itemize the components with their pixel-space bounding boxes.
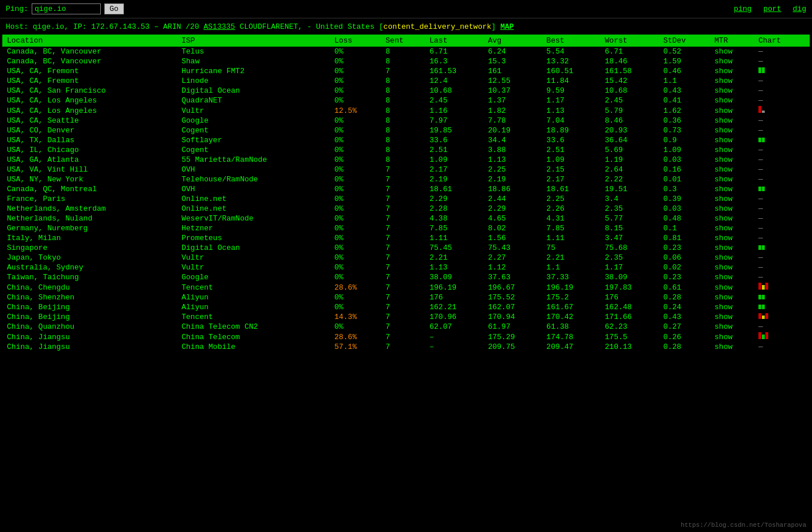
cell-mtr[interactable]: show xyxy=(710,155,754,165)
cell-mtr[interactable]: show xyxy=(710,76,754,86)
cell-last: 7.85 xyxy=(425,223,483,233)
cell-isp: Aliyun xyxy=(177,302,330,312)
cell-stdev: 1.09 xyxy=(659,145,710,155)
cell-last: 2.21 xyxy=(425,253,483,263)
cell-best: 4.31 xyxy=(542,214,600,223)
cell-last: 196.19 xyxy=(425,282,483,292)
go-button[interactable]: Go xyxy=(104,3,124,14)
top-bar: Ping: Go ping port dig xyxy=(0,0,812,18)
table-row: Japan, Tokyo Vultr 0% 7 2.21 2.27 2.21 2… xyxy=(2,253,810,263)
table-row: China, Quanzhou China Telecom CN2 0% 7 6… xyxy=(2,322,810,332)
cell-avg: 1.82 xyxy=(484,105,542,116)
cell-sent: 8 xyxy=(381,126,425,135)
cell-mtr[interactable]: show xyxy=(710,312,754,322)
map-link[interactable]: MAP xyxy=(500,22,513,31)
cell-mtr[interactable]: show xyxy=(710,214,754,223)
cell-isp: Google xyxy=(177,116,330,126)
cell-best: 196.19 xyxy=(542,282,600,292)
cell-mtr[interactable]: show xyxy=(710,86,754,96)
as-link[interactable]: AS13335 xyxy=(203,22,235,31)
cell-mtr[interactable]: show xyxy=(710,233,754,243)
cell-location: USA, IL, Chicago xyxy=(2,145,177,155)
cell-stdev: 0.73 xyxy=(659,126,710,135)
cell-chart: — xyxy=(754,56,810,66)
cell-last: 2.51 xyxy=(425,145,483,155)
cell-mtr[interactable]: show xyxy=(710,302,754,312)
cell-sent: 7 xyxy=(381,292,425,302)
cell-mtr[interactable]: show xyxy=(710,282,754,292)
cell-last: – xyxy=(425,332,483,342)
cell-avg: 162.07 xyxy=(484,302,542,312)
cell-mtr[interactable]: show xyxy=(710,342,754,352)
cell-stdev: 0.52 xyxy=(659,47,710,56)
cell-best: 170.42 xyxy=(542,312,600,322)
cell-worst: 5.77 xyxy=(600,214,659,223)
cell-mtr[interactable]: show xyxy=(710,145,754,155)
cell-chart: — xyxy=(754,116,810,126)
cell-chart: — xyxy=(754,204,810,214)
cell-location: China, Beijing xyxy=(2,312,177,322)
cell-best: 5.54 xyxy=(542,47,600,56)
cell-chart: — xyxy=(754,86,810,96)
cell-last: 161.53 xyxy=(425,66,483,76)
cell-worst: 8.15 xyxy=(600,223,659,233)
cell-mtr[interactable]: show xyxy=(710,194,754,204)
cell-mtr[interactable]: show xyxy=(710,263,754,272)
nav-port[interactable]: port xyxy=(763,5,781,13)
cell-last: 1.11 xyxy=(425,233,483,243)
table-row: France, Paris Online.net 0% 7 2.29 2.44 … xyxy=(2,194,810,204)
cell-isp: Vultr xyxy=(177,253,330,263)
cell-location: USA, GA, Atlanta xyxy=(2,155,177,165)
cell-loss: 0% xyxy=(330,292,381,302)
col-stdev: StDev xyxy=(659,35,710,47)
cell-mtr[interactable]: show xyxy=(710,322,754,332)
cell-mtr[interactable]: show xyxy=(710,56,754,66)
cell-avg: 196.67 xyxy=(484,282,542,292)
cell-mtr[interactable]: show xyxy=(710,184,754,194)
ping-input[interactable] xyxy=(32,3,101,14)
cell-mtr[interactable]: show xyxy=(710,135,754,145)
cell-stdev: 0.26 xyxy=(659,332,710,342)
table-row: Germany, Nuremberg Hetzner 0% 7 7.85 8.0… xyxy=(2,223,810,233)
cell-mtr[interactable]: show xyxy=(710,105,754,116)
cell-best: 1.17 xyxy=(542,96,600,105)
cell-loss: 0% xyxy=(330,302,381,312)
cell-mtr[interactable]: show xyxy=(710,292,754,302)
cell-mtr[interactable]: show xyxy=(710,47,754,56)
cell-mtr[interactable]: show xyxy=(710,96,754,105)
cell-stdev: 0.06 xyxy=(659,253,710,263)
cell-mtr[interactable]: show xyxy=(710,165,754,174)
table-row: China, Beijing Tencent 14.3% 7 170.96 17… xyxy=(2,312,810,322)
cell-mtr[interactable]: show xyxy=(710,116,754,126)
cell-avg: 6.24 xyxy=(484,47,542,56)
cell-avg: 2.27 xyxy=(484,253,542,263)
cell-mtr[interactable]: show xyxy=(710,272,754,282)
cell-mtr[interactable]: show xyxy=(710,253,754,263)
cell-isp: 55 Marietta/RamNode xyxy=(177,155,330,165)
cell-avg: 1.56 xyxy=(484,233,542,243)
cell-location: USA, CA, Los Angeles xyxy=(2,96,177,105)
cell-mtr[interactable]: show xyxy=(710,243,754,253)
table-row: USA, TX, Dallas Softlayer 0% 8 33.6 34.4… xyxy=(2,135,810,145)
cell-last: 12.4 xyxy=(425,76,483,86)
cell-mtr[interactable]: show xyxy=(710,66,754,76)
cell-stdev: 0.43 xyxy=(659,312,710,322)
cell-chart: — xyxy=(754,214,810,223)
cell-last: 33.6 xyxy=(425,135,483,145)
cell-sent: 7 xyxy=(381,214,425,223)
nav-ping[interactable]: ping xyxy=(734,5,751,13)
cell-mtr[interactable]: show xyxy=(710,332,754,342)
cell-mtr[interactable]: show xyxy=(710,126,754,135)
cell-best: 161.67 xyxy=(542,302,600,312)
nav-dig[interactable]: dig xyxy=(793,5,806,13)
cell-mtr[interactable]: show xyxy=(710,223,754,233)
cell-best: 174.78 xyxy=(542,332,600,342)
cell-location: USA, CA, Fremont xyxy=(2,66,177,76)
cell-stdev: 1.1 xyxy=(659,76,710,86)
cell-loss: 0% xyxy=(330,76,381,86)
cell-loss: 0% xyxy=(330,126,381,135)
cell-sent: 7 xyxy=(381,322,425,332)
cell-mtr[interactable]: show xyxy=(710,174,754,184)
cell-stdev: 1.62 xyxy=(659,105,710,116)
cell-mtr[interactable]: show xyxy=(710,204,754,214)
